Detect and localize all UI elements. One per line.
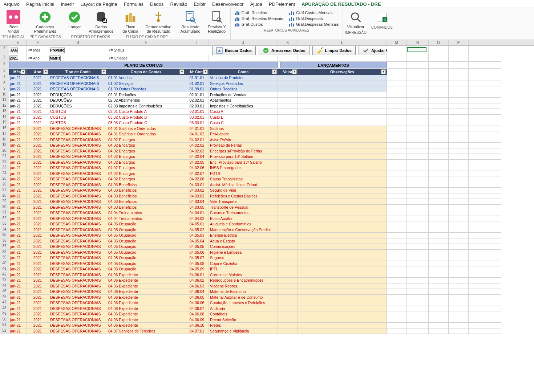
cell-grupo[interactable]: 04.02 Encargos	[107, 143, 185, 148]
cell-grupo[interactable]: 04.06 Expediente	[107, 278, 185, 283]
empty-cell[interactable]	[449, 272, 469, 278]
cell-obs[interactable]	[298, 103, 387, 109]
cell-mes[interactable]: jan-21	[9, 323, 27, 328]
action-buscar-dados[interactable]: Buscar Dados	[212, 46, 256, 55]
cell-ano[interactable]: 2021	[27, 115, 49, 121]
cell-grupo[interactable]: 04.06 Expediente	[107, 295, 185, 301]
empty-cell[interactable]	[449, 115, 469, 121]
cell-numero[interactable]: 01.99.01	[185, 86, 209, 92]
cell-ano[interactable]: 2021	[27, 328, 49, 334]
empty-cell[interactable]	[449, 165, 469, 171]
row-header[interactable]: 16	[0, 126, 9, 132]
cell-conta[interactable]: Material Auxiliar e de Consumo	[209, 295, 278, 301]
row-header[interactable]: 52	[0, 328, 9, 334]
empty-cell[interactable]	[469, 272, 501, 278]
cell-obs[interactable]	[298, 109, 387, 115]
cell-conta[interactable]: Deduções de Vendas	[209, 92, 278, 98]
cell-tipo[interactable]: DEDUÇÕES	[49, 92, 107, 98]
cell-grupo[interactable]: 04.05 Ocupação	[107, 238, 185, 244]
empty-cell[interactable]	[429, 261, 449, 267]
cell-numero[interactable]: 04.02.02	[185, 143, 209, 148]
empty-cell[interactable]	[407, 98, 429, 103]
row-header[interactable]: 12	[0, 103, 9, 109]
cell-valor[interactable]	[278, 171, 298, 177]
cell-conta[interactable]: Pró-Labore	[209, 131, 278, 137]
cell-valor[interactable]	[278, 109, 298, 115]
cell-tipo[interactable]: DESPESAS OPERACIONAIS	[49, 126, 107, 132]
empty-cell[interactable]	[387, 266, 407, 272]
cell-valor[interactable]	[278, 233, 298, 238]
empty-cell[interactable]	[387, 92, 407, 98]
cell-grupo[interactable]: 04.06 Expediente	[107, 323, 185, 328]
empty-cell[interactable]	[387, 221, 407, 227]
cell-ano[interactable]: 2021	[27, 283, 49, 289]
cell-grupo[interactable]: 04.05 Ocupação	[107, 227, 185, 233]
empty-cell[interactable]	[407, 182, 429, 188]
cell-obs[interactable]	[298, 182, 387, 188]
cell-ano[interactable]: 2021	[27, 165, 49, 171]
empty-cell[interactable]	[387, 272, 407, 278]
cell-valor[interactable]	[278, 311, 298, 317]
ribbon-btn-fluxo-de-caixa[interactable]: Fluxode Caixa	[120, 9, 140, 34]
empty-cell[interactable]	[387, 69, 407, 75]
cell-valor[interactable]	[278, 227, 298, 233]
cell-ano[interactable]: 2021	[27, 205, 49, 211]
cell-ano[interactable]: 2021	[27, 137, 49, 143]
cell-tipo[interactable]: DESPESAS OPERACIONAIS	[49, 328, 107, 334]
empty-cell[interactable]	[449, 193, 469, 199]
cell-ano[interactable]: 2021	[27, 261, 49, 267]
cell-mes[interactable]: jan-21	[9, 255, 27, 261]
empty-cell[interactable]	[429, 148, 449, 154]
empty-cell[interactable]	[469, 126, 501, 132]
filter-dropdown-icon[interactable]: ▾	[101, 69, 106, 74]
cell-ano[interactable]: 2021	[27, 199, 49, 205]
empty-cell[interactable]	[469, 244, 501, 250]
cell-grupo[interactable]: 04.06 Expediente	[107, 317, 185, 323]
empty-cell[interactable]	[407, 176, 429, 182]
cell-grupo[interactable]: 03.01 Custo Produto A	[107, 109, 185, 115]
cell-obs[interactable]	[298, 278, 387, 283]
empty-cell[interactable]	[387, 278, 407, 283]
cell-mes[interactable]: jan-21	[9, 261, 27, 267]
col-header-N[interactable]: N	[407, 40, 429, 45]
empty-cell[interactable]	[449, 300, 469, 306]
empty-cell[interactable]	[469, 75, 501, 81]
cell-conta[interactable]: Copa e Cozinha	[209, 261, 278, 267]
empty-cell[interactable]	[449, 143, 469, 148]
empty-cell[interactable]	[387, 238, 407, 244]
cell-grupo[interactable]: 04.06 Expediente	[107, 311, 185, 317]
cell-conta[interactable]: Vale Transporte	[209, 199, 278, 205]
empty-cell[interactable]	[469, 278, 501, 283]
action-limpar-dados[interactable]: Limpar Dados	[312, 46, 356, 55]
cell-obs[interactable]	[298, 131, 387, 137]
menu-exibir[interactable]: Exibir	[194, 1, 206, 7]
empty-cell[interactable]	[387, 255, 407, 261]
cell-ano[interactable]: 2021	[27, 109, 49, 115]
menu-arquivo[interactable]: Arquivo	[4, 1, 20, 7]
cell-numero[interactable]: 03.01.01	[185, 109, 209, 115]
empty-cell[interactable]	[429, 120, 449, 126]
empty-cell[interactable]	[429, 233, 449, 238]
cell-ano[interactable]: 2021	[27, 323, 49, 328]
empty-cell[interactable]	[469, 103, 501, 109]
cell-mes[interactable]: jan-21	[9, 199, 27, 205]
cell-conta[interactable]: Causa Trabalhistas	[209, 176, 278, 182]
cell-mes[interactable]: jan-21	[9, 176, 27, 182]
empty-cell[interactable]	[407, 227, 429, 233]
cell-conta[interactable]: Impostos e Contribuições	[209, 103, 278, 109]
cell-conta[interactable]: Condução, Lanches e Refeições	[209, 300, 278, 306]
empty-cell[interactable]	[387, 295, 407, 301]
cell-conta[interactable]: Encargos s/Provisão de Férias	[209, 148, 278, 154]
cell-tipo[interactable]: DEDUÇÕES	[49, 98, 107, 103]
col-header-J[interactable]: J	[209, 40, 278, 45]
cell-conta[interactable]: Alugueis e Condomínios	[209, 221, 278, 227]
empty-cell[interactable]	[449, 86, 469, 92]
empty-cell[interactable]	[387, 120, 407, 126]
cell-mes[interactable]: jan-21	[9, 137, 27, 143]
cell-conta[interactable]: Provisão de Férias	[209, 143, 278, 148]
cell-grupo[interactable]: 01.99 Outras Receitas	[107, 86, 185, 92]
empty-cell[interactable]	[387, 227, 407, 233]
cell-grupo[interactable]: 04.02 Encargos	[107, 154, 185, 160]
cell-mes[interactable]: jan-21	[9, 165, 27, 171]
row-header[interactable]: 46	[0, 295, 9, 301]
